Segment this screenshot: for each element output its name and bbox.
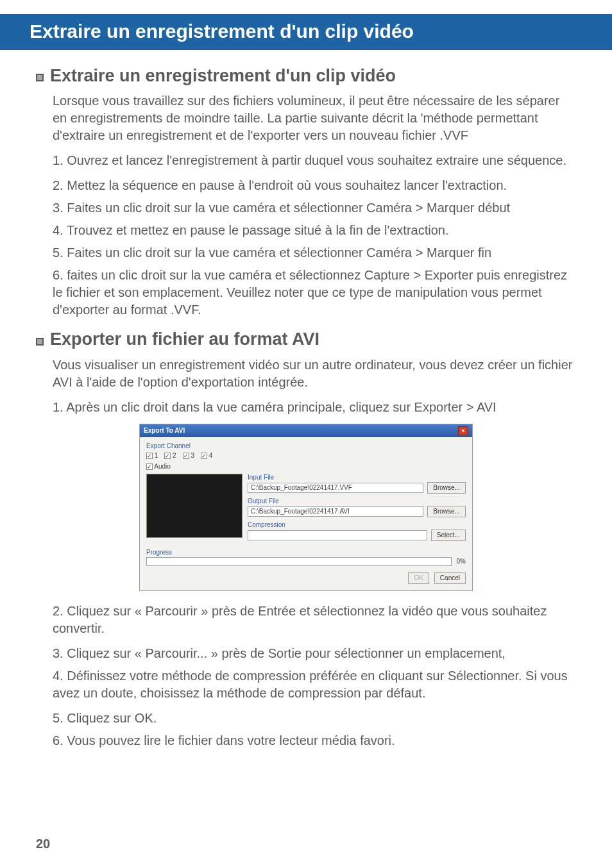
compression-field[interactable] — [248, 530, 427, 540]
section-2-title: Exporter un fichier au format AVI — [50, 329, 319, 349]
channel-4-checkbox[interactable] — [201, 453, 207, 459]
input-file-field[interactable]: C:\Backup_Footage\02241417.VVF — [248, 483, 423, 493]
section-1-step-2: 2. Mettez la séquence en pause à l'endro… — [53, 177, 576, 194]
progress-percent: 0% — [457, 558, 466, 565]
section-1-step-3: 3. Faites un clic droit sur la vue camér… — [53, 199, 576, 217]
section-1-step-5: 5. Faites un clic droit sur la vue camér… — [53, 244, 576, 262]
close-icon[interactable]: × — [458, 426, 468, 435]
section-2-step-4: 4. Définissez votre méthode de compressi… — [53, 667, 576, 702]
compression-select-button[interactable]: Select... — [431, 530, 466, 541]
export-dialog-screenshot: Export To AVI × Export Channel 1 2 3 4 A… — [139, 424, 473, 591]
export-channel-label: Export Channel — [146, 442, 466, 449]
ok-button[interactable]: OK — [408, 572, 429, 584]
section-1-step-4: 4. Trouvez et mettez en pause le passage… — [53, 222, 576, 239]
cancel-button[interactable]: Cancel — [434, 572, 466, 584]
section-2-step-6: 6. Vous pouvez lire le fichier dans votr… — [53, 732, 576, 749]
preview-box — [146, 474, 242, 538]
bullet-icon — [36, 338, 44, 346]
channel-1-checkbox[interactable] — [146, 453, 153, 459]
dialog-title-bar: Export To AVI × — [140, 424, 472, 437]
section-1-step-1: 1. Ouvrez et lancez l'enregistrement à p… — [53, 152, 576, 169]
output-file-label: Output File — [248, 497, 466, 505]
bullet-icon — [36, 74, 44, 81]
section-1-title: Extraire un enregistrement d'un clip vid… — [50, 65, 396, 86]
progress-bar — [146, 557, 452, 566]
channel-3-checkbox[interactable] — [183, 453, 189, 459]
page-banner: Extraire un enregistrement d'un clip vid… — [0, 14, 612, 50]
progress-label: Progress — [146, 549, 466, 556]
input-browse-button[interactable]: Browse... — [427, 482, 466, 494]
section-2-step-1: 1. Après un clic droit dans la vue camér… — [53, 399, 576, 416]
audio-checkbox[interactable] — [146, 463, 153, 470]
section-1-heading: Extraire un enregistrement d'un clip vid… — [36, 65, 576, 86]
page-number: 20 — [36, 837, 50, 851]
section-2-intro: Vous visualiser un enregistrement vidéo … — [53, 356, 576, 391]
section-2-heading: Exporter un fichier au format AVI — [36, 329, 576, 349]
output-file-field[interactable]: C:\Backup_Footage\02241417.AVI — [248, 506, 423, 517]
output-browse-button[interactable]: Browse... — [427, 506, 466, 517]
export-dialog: Export To AVI × Export Channel 1 2 3 4 A… — [139, 424, 473, 591]
export-channel-checkboxes: 1 2 3 4 — [146, 452, 466, 459]
dialog-title-text: Export To AVI — [144, 427, 185, 434]
section-2-step-3: 3. Cliquez sur « Parcourir... » près de … — [53, 645, 576, 662]
channel-2-checkbox[interactable] — [164, 453, 171, 459]
section-1-step-6: 6. faites un clic droit sur la vue camér… — [53, 267, 576, 319]
compression-label: Compression — [248, 521, 466, 528]
page-content: Extraire un enregistrement d'un clip vid… — [0, 50, 612, 749]
section-1-intro: Lorsque vous travaillez sur des fichiers… — [53, 92, 576, 144]
input-file-label: Input File — [248, 474, 466, 481]
section-2-step-5: 5. Cliquez sur OK. — [53, 710, 576, 727]
section-2-step-2: 2. Cliquez sur « Parcourir » près de Ent… — [53, 603, 576, 637]
audio-label: Audio — [154, 463, 171, 470]
